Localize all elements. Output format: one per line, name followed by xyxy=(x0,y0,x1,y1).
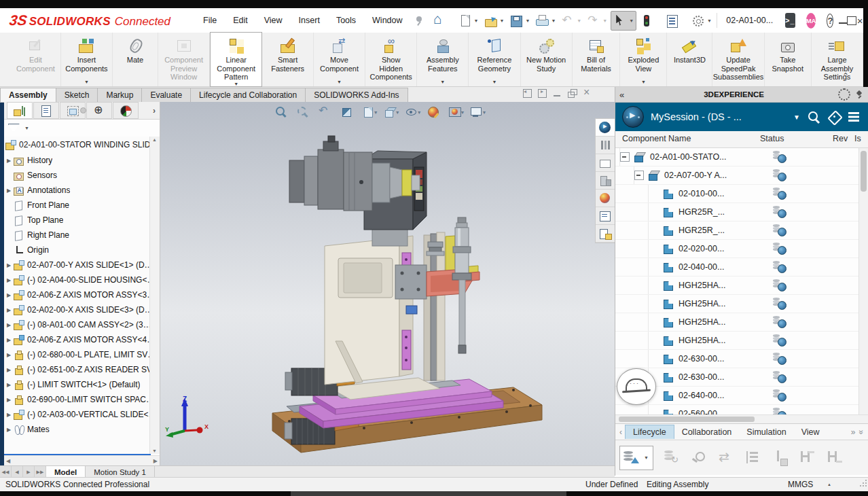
component-row[interactable]: HGH25HA... xyxy=(615,313,868,332)
dropdown-caret-icon[interactable]: ▼ xyxy=(234,82,238,87)
tag-icon[interactable] xyxy=(827,110,841,124)
ribbon-button[interactable]: Linear Component Pattern ▼ xyxy=(210,32,262,87)
help-icon[interactable]: ? xyxy=(827,14,833,28)
scroll-down-icon[interactable]: ▼ xyxy=(150,448,159,453)
session-label[interactable]: MySession - (DS - ... xyxy=(651,111,786,122)
graphics-viewport[interactable]: ▼ ▼ ▼ ▼ ▼ xyxy=(160,102,615,465)
expand-arrow-icon[interactable]: ▶ xyxy=(4,382,14,388)
expand-arrow-icon[interactable]: ▶ xyxy=(4,292,14,298)
tree-node[interactable]: ▶ 02-A06-Z AXIS MOTOR ASSY<4… xyxy=(4,332,151,347)
ribbon-button[interactable]: Reference Geometry ▼ xyxy=(469,33,520,86)
dropdown-caret-icon[interactable]: ▼ xyxy=(440,79,445,85)
session-chevron-icon[interactable]: ▼ xyxy=(793,113,800,121)
collapse-expander[interactable] xyxy=(620,152,630,162)
select-arrow-icon[interactable] xyxy=(612,13,628,29)
tree-node[interactable]: ▶ Mates xyxy=(4,422,151,437)
tree-node[interactable]: ▶ (-) 08-A01-00 CAM ASSY<2> (3… xyxy=(4,317,151,332)
create-component-icon[interactable] xyxy=(826,449,844,467)
tree-node[interactable]: ▶ 02-A02-00-X AXIS SLIDE<3> (D… xyxy=(4,302,151,317)
doc-minimize-icon[interactable] xyxy=(553,89,562,98)
undo-icon[interactable] xyxy=(560,13,575,29)
filter-caret-icon[interactable]: ▼ xyxy=(24,126,29,130)
search-icon[interactable] xyxy=(807,110,820,124)
dropdown-caret-icon[interactable]: ▼ xyxy=(602,18,607,23)
tree-node[interactable]: ▶ History xyxy=(4,153,151,168)
expand-arrow-icon[interactable]: ▶ xyxy=(4,397,14,403)
ribbon-button[interactable]: Show Hidden Components ▼ xyxy=(365,33,417,86)
component-row[interactable]: 02-020-00... xyxy=(615,240,868,258)
tree-node[interactable]: ▶ 02-A07-00-Y AXIS SLIDE<1> (D… xyxy=(4,258,151,272)
task-pane-tab[interactable] xyxy=(596,225,615,243)
expand-arrow-icon[interactable]: ▶ xyxy=(4,262,14,268)
menu-item[interactable]: View xyxy=(257,12,289,29)
ribbon-button[interactable]: Insert Components ▼ xyxy=(61,33,113,86)
task-pane-tab[interactable] xyxy=(596,172,615,190)
commandmanager-tab[interactable]: Assembly xyxy=(0,88,56,102)
3dexperience-compass-icon[interactable] xyxy=(622,106,644,128)
explore-search-icon[interactable] xyxy=(690,449,708,467)
dropdown-caret-icon[interactable]: ▼ xyxy=(644,455,649,460)
commandmanager-tab[interactable]: SOLIDWORKS Add-Ins xyxy=(305,88,408,102)
commandmanager-tab[interactable]: Evaluate xyxy=(141,88,191,102)
redo-icon[interactable] xyxy=(585,13,601,29)
doc-restore-icon[interactable] xyxy=(568,89,577,98)
ribbon-button[interactable]: Mate ▼ xyxy=(113,33,158,86)
tabs-collapse-icon[interactable]: » xyxy=(857,428,867,436)
expand-arrow-icon[interactable]: ▶ xyxy=(4,277,14,283)
col-status[interactable]: Status xyxy=(760,134,784,143)
pin-menu-icon[interactable] xyxy=(414,15,417,26)
col-component-name[interactable]: Component Name xyxy=(622,134,691,143)
panel-settings-gear-icon[interactable] xyxy=(838,88,850,101)
synchronize-icon[interactable] xyxy=(717,449,735,467)
tree-node[interactable]: ▶ Top Plane xyxy=(4,213,151,228)
tree-node[interactable]: ▶ (-) 02-A04-00-SLIDE HOUSING<… xyxy=(4,272,151,287)
units-caret-icon[interactable]: ▲ xyxy=(827,482,831,486)
tab-motion-study[interactable]: Motion Study 1 xyxy=(86,466,155,478)
show-structure-icon[interactable] xyxy=(744,449,762,467)
ribbon-button[interactable]: Instant3D ▼ xyxy=(667,33,712,86)
task-pane-bottom-tab[interactable]: View xyxy=(794,425,827,439)
scroll-right-icon[interactable]: ▶ xyxy=(153,458,158,464)
tree-node[interactable]: ▶ 02-A06-Z AXIS MOTOR ASSY<3… xyxy=(4,287,151,302)
dropdown-caret-icon[interactable]: ▼ xyxy=(707,18,712,23)
ribbon-button[interactable]: Smart Fasteners ▼ xyxy=(262,33,314,86)
resize-grip[interactable] xyxy=(860,480,867,486)
tab-nav-first-icon[interactable]: ◀◀ xyxy=(0,466,12,478)
task-pane-tab[interactable] xyxy=(596,154,615,172)
tab-dimxpertmanager[interactable] xyxy=(113,102,139,119)
col-rev[interactable]: Rev xyxy=(833,134,848,143)
task-pane-bottom-tab[interactable]: Collaboration xyxy=(674,425,740,439)
ribbon-button[interactable]: Component Preview Window ▼ xyxy=(158,33,210,86)
expand-arrow-icon[interactable]: ▶ xyxy=(4,352,14,358)
tree-node[interactable]: ▶ (-) 02-A03-00-VERTICAL SLIDE<… xyxy=(4,407,151,422)
expand-arrow-icon[interactable]: ▶ xyxy=(4,337,14,343)
tree-node[interactable]: ▶ (-) LIMIT SWITCH<1> (Default) xyxy=(4,377,151,392)
commandmanager-tab[interactable]: Sketch xyxy=(56,88,98,102)
tab-nav-prev-icon[interactable]: ◀ xyxy=(12,466,23,478)
dropdown-caret-icon[interactable]: ▼ xyxy=(551,18,556,23)
hamburger-menu-icon[interactable] xyxy=(848,110,861,124)
component-row[interactable]: 02-A07-00-Y A... xyxy=(615,166,868,185)
maximize-button[interactable] xyxy=(847,12,856,29)
component-row[interactable]: HGR25R_... xyxy=(615,203,868,222)
dock-left-icon[interactable] xyxy=(523,89,532,98)
dropdown-caret-icon[interactable]: ▼ xyxy=(84,79,89,85)
performance-pipeline-icon[interactable] xyxy=(638,13,654,29)
expand-arrow-icon[interactable]: ▶ xyxy=(4,158,14,164)
menu-item[interactable]: File xyxy=(196,12,223,29)
ribbon-button[interactable]: Assembly Features ▼ xyxy=(417,33,469,86)
ribbon-button[interactable]: Edit Component ▼ xyxy=(11,33,61,86)
panel-splitter-handle[interactable] xyxy=(80,107,86,113)
commandmanager-tab[interactable]: Lifecycle and Collaboration xyxy=(190,88,306,102)
tree-node[interactable]: ▶ Annotations xyxy=(4,183,151,198)
doc-close-icon[interactable] xyxy=(583,89,592,98)
component-row[interactable]: HGH25HA... xyxy=(615,295,868,313)
menu-item[interactable]: Tools xyxy=(329,12,363,29)
task-pane-tab[interactable] xyxy=(596,119,615,137)
save-to-3dexperience-button[interactable]: ▼ xyxy=(619,446,653,470)
ribbon-button[interactable]: Take Snapshot ▼ xyxy=(765,33,812,86)
user-avatar[interactable]: MA xyxy=(806,13,816,29)
status-units[interactable]: MMGS xyxy=(788,480,813,489)
col-is[interactable]: Is xyxy=(854,134,861,143)
dropdown-caret-icon[interactable]: ▼ xyxy=(500,18,505,23)
